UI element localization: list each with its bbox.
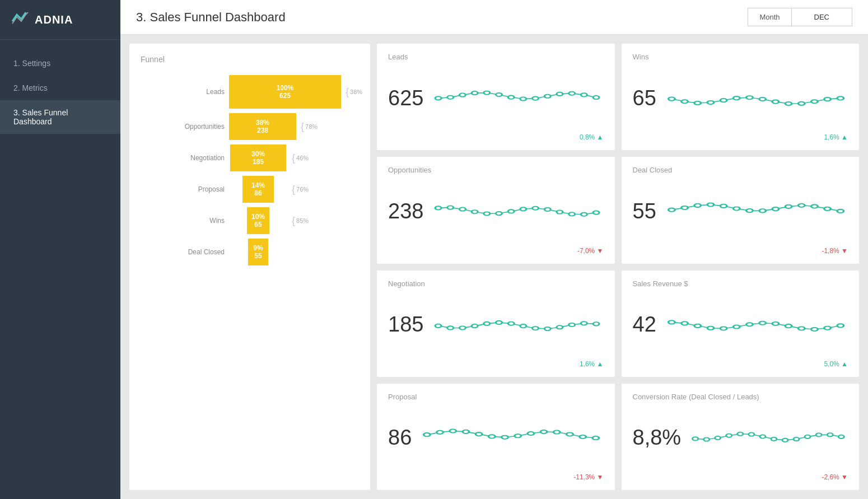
metric-title: Wins <box>633 53 848 61</box>
svg-point-32 <box>484 212 490 215</box>
svg-point-35 <box>520 207 526 211</box>
metric-change: -2,6% ▼ <box>633 473 848 481</box>
funnel-chart: Leads 100% 625 { 38% Opportunities 38% 2… <box>141 75 359 267</box>
svg-point-56 <box>435 324 441 328</box>
metric-value: 185 <box>388 314 423 335</box>
svg-point-9 <box>545 94 551 97</box>
sidebar-item-settings[interactable]: 1. Settings <box>0 51 120 76</box>
svg-point-22 <box>772 100 779 103</box>
svg-point-94 <box>554 431 561 434</box>
svg-point-82 <box>824 327 831 330</box>
svg-point-51 <box>785 205 792 208</box>
funnel-row: Opportunities 38% 238 { 78% <box>174 113 325 140</box>
funnel-row: Proposal 14% 86 { 76% <box>174 176 325 203</box>
svg-point-86 <box>450 430 456 433</box>
metric-value: 86 <box>388 427 412 448</box>
metric-change: 1,6% ▲ <box>633 133 848 141</box>
metric-card: Opportunities 238 -7,0% ▼ <box>377 157 615 263</box>
metric-card: Proposal 86 -11,3% ▼ <box>377 384 615 490</box>
metric-card: Deal Closed 55 -1,8% ▼ <box>622 157 860 263</box>
svg-point-107 <box>794 437 799 441</box>
svg-point-11 <box>569 91 575 95</box>
dec-button[interactable]: DEC <box>791 8 852 26</box>
svg-point-105 <box>771 437 777 441</box>
svg-point-103 <box>749 433 754 436</box>
metric-value: 8,8% <box>633 427 682 448</box>
svg-point-71 <box>682 321 688 325</box>
svg-point-8 <box>533 96 539 100</box>
svg-point-26 <box>824 97 831 101</box>
svg-point-53 <box>811 204 818 208</box>
svg-point-60 <box>484 322 490 325</box>
funnel-row: Wins 10% 65 { 85% <box>174 207 325 234</box>
svg-point-63 <box>520 324 526 328</box>
dashboard: Funnel Leads 100% 625 { 38% Opportunitie… <box>120 35 868 499</box>
metric-title: Negotiation <box>388 279 604 288</box>
svg-point-102 <box>738 432 743 436</box>
svg-point-75 <box>733 325 740 329</box>
svg-point-42 <box>668 208 675 211</box>
svg-point-83 <box>837 324 844 327</box>
svg-point-18 <box>720 99 727 102</box>
svg-point-46 <box>720 204 727 208</box>
svg-point-95 <box>567 433 573 436</box>
main-content: 3. Sales Funnel Dashboard Month DEC Funn… <box>120 0 868 499</box>
metric-card: Wins 65 1,6% ▲ <box>622 44 860 150</box>
svg-point-97 <box>592 436 599 440</box>
metric-title: Conversion Rate (Deal Closed / Leads) <box>633 393 848 401</box>
metric-title: Deal Closed <box>633 166 848 174</box>
svg-point-2 <box>460 93 466 96</box>
svg-point-15 <box>682 100 688 103</box>
svg-point-23 <box>785 101 792 105</box>
sidebar-item-metrics[interactable]: 2. Metrics <box>0 76 120 100</box>
page-title: 3. Sales Funnel Dashboard <box>136 10 286 25</box>
svg-point-43 <box>682 206 688 209</box>
svg-point-79 <box>785 324 792 328</box>
svg-point-68 <box>581 321 587 325</box>
svg-point-13 <box>593 96 599 99</box>
svg-point-80 <box>798 327 805 330</box>
svg-point-111 <box>838 435 844 439</box>
metric-change: 0,8% ▲ <box>388 133 604 141</box>
svg-point-41 <box>593 211 599 214</box>
svg-point-3 <box>472 91 478 95</box>
metric-change: -11,3% ▼ <box>388 473 604 481</box>
svg-point-30 <box>460 207 466 211</box>
svg-point-14 <box>668 97 675 100</box>
sidebar: ADNIA 1. Settings 2. Metrics 3. Sales Fu… <box>0 0 120 499</box>
svg-point-84 <box>424 433 431 436</box>
svg-point-85 <box>437 431 444 434</box>
svg-point-67 <box>569 323 575 327</box>
svg-point-36 <box>533 206 539 209</box>
svg-point-59 <box>472 324 478 328</box>
svg-point-66 <box>557 325 563 329</box>
svg-point-24 <box>798 101 805 105</box>
funnel-row: Deal Closed 9% 55 <box>174 239 325 265</box>
svg-point-47 <box>733 207 740 210</box>
svg-point-91 <box>515 435 521 438</box>
metric-card: Sales Revenue $ 42 5,0% ▲ <box>622 271 860 377</box>
logo-area: ADNIA <box>0 0 120 40</box>
metric-value: 42 <box>633 314 656 335</box>
svg-point-16 <box>694 101 701 104</box>
svg-point-7 <box>520 97 526 100</box>
svg-point-87 <box>463 430 469 433</box>
svg-point-54 <box>824 207 831 211</box>
sparkline-container <box>664 313 848 335</box>
sidebar-nav: 1. Settings 2. Metrics 3. Sales Funnel D… <box>0 40 120 134</box>
metric-value: 55 <box>633 200 656 222</box>
svg-point-19 <box>733 96 740 100</box>
svg-point-34 <box>508 209 515 213</box>
funnel-row: Leads 100% 625 { 38% <box>174 75 325 109</box>
svg-point-45 <box>707 203 714 206</box>
sidebar-item-dashboard[interactable]: 3. Sales Funnel Dashboard <box>0 100 120 134</box>
svg-point-57 <box>447 326 454 329</box>
header: 3. Sales Funnel Dashboard Month DEC <box>120 0 868 35</box>
funnel-title: Funnel <box>141 55 359 64</box>
metric-change: -7,0% ▼ <box>388 247 604 255</box>
metric-title: Sales Revenue $ <box>633 279 848 288</box>
funnel-row: Negotiation 30% 185 { 46% <box>174 144 325 171</box>
svg-point-98 <box>693 437 698 441</box>
month-button[interactable]: Month <box>748 8 791 26</box>
header-controls: Month DEC <box>748 8 852 26</box>
